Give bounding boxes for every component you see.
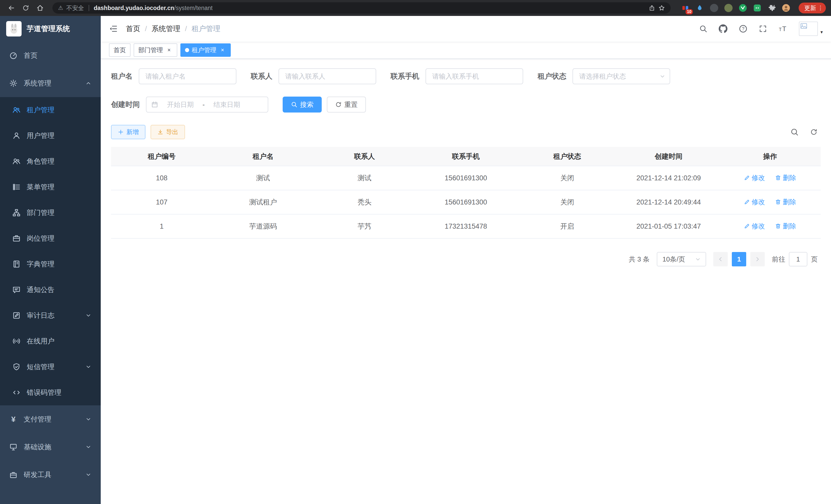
search-button[interactable]: 搜索 <box>283 97 322 113</box>
prev-page-button[interactable] <box>713 252 728 266</box>
browser-home-icon[interactable] <box>34 2 46 14</box>
url-bar[interactable]: ⚠ 不安全 dashboard.yudao.iocoder.cn/system/… <box>52 2 671 13</box>
share-icon[interactable] <box>649 5 655 11</box>
chevron-down-icon <box>85 416 91 422</box>
sidebar-item-dev-tools[interactable]: 研发工具 <box>0 461 101 488</box>
book-icon <box>12 260 21 268</box>
chevron-down-icon <box>85 472 91 478</box>
add-button-label: 新增 <box>126 128 139 136</box>
toolbox-icon <box>9 471 18 479</box>
phone-input[interactable] <box>426 68 523 84</box>
reset-button[interactable]: 重置 <box>327 97 366 113</box>
extension-icon-green-square[interactable] <box>753 4 762 12</box>
message-icon <box>12 286 21 294</box>
filter-tenant-name: 租户名 <box>111 68 236 84</box>
edit-link[interactable]: 修改 <box>744 173 765 182</box>
fullscreen-icon[interactable] <box>759 25 767 33</box>
sidebar-item-infra[interactable]: 基础设施 <box>0 433 101 461</box>
cell-tenant-name: 芋道源码 <box>212 214 314 238</box>
next-page-button[interactable] <box>750 252 765 266</box>
extensions-puzzle-icon[interactable] <box>767 4 776 12</box>
extension-icon-green-circle[interactable] <box>739 4 747 12</box>
app-logo[interactable]: 芋道管理系统 <box>0 16 101 41</box>
profile-avatar-icon[interactable] <box>782 4 791 12</box>
status-select[interactable] <box>573 68 670 84</box>
reload-icon[interactable] <box>20 2 32 14</box>
tab-home[interactable]: 首页 <box>109 43 131 57</box>
sidebar-item-label: 菜单管理 <box>27 182 55 191</box>
sidebar-item-system[interactable]: 系统管理 <box>0 69 101 97</box>
contact-input[interactable] <box>279 68 376 84</box>
security-warning-icon[interactable]: ⚠ <box>58 5 63 11</box>
delete-link[interactable]: 删除 <box>775 173 796 182</box>
edit-link[interactable]: 修改 <box>744 222 765 231</box>
close-icon[interactable]: × <box>166 47 173 54</box>
back-icon[interactable] <box>5 2 18 14</box>
goto-page-input[interactable] <box>789 252 807 266</box>
menu-list-icon <box>12 183 21 191</box>
gear-icon <box>9 79 18 87</box>
tenant-name-input[interactable] <box>139 68 236 84</box>
sidebar-item-tenant[interactable]: 租户管理 <box>0 97 101 123</box>
font-size-icon[interactable]: TT <box>778 25 787 33</box>
edit-link[interactable]: 修改 <box>744 198 765 207</box>
page-size-select[interactable]: 10条/页 <box>657 252 706 266</box>
cell-phone: 15601691300 <box>415 190 517 214</box>
toggle-search-icon[interactable] <box>791 128 799 136</box>
export-button[interactable]: 导出 <box>150 125 185 139</box>
breadcrumb-home[interactable]: 首页 <box>126 24 140 34</box>
delete-link[interactable]: 删除 <box>775 198 796 207</box>
tab-tenant[interactable]: 租户管理 × <box>180 43 231 57</box>
svg-text:T: T <box>782 25 786 33</box>
caret-down-icon: ▾ <box>821 29 823 35</box>
toolbar-right-icons <box>791 128 821 136</box>
delete-link[interactable]: 删除 <box>775 222 796 231</box>
extension-icon-drop[interactable] <box>695 4 704 12</box>
table-header-row: 租户编号 租户名 联系人 联系手机 租户状态 创建时间 操作 <box>111 147 821 166</box>
sidebar-item-error-code[interactable]: 错误码管理 <box>0 380 101 405</box>
sidebar: 芋道管理系统 首页 系统管理 租户管理 <box>0 16 101 504</box>
extension-icon-dark-circle[interactable] <box>710 4 718 12</box>
header-search-icon[interactable] <box>699 25 708 33</box>
sidebar-item-home[interactable]: 首页 <box>0 41 101 69</box>
sidebar-item-dict[interactable]: 字典管理 <box>0 251 101 277</box>
github-icon[interactable] <box>719 24 727 33</box>
breadcrumb-section[interactable]: 系统管理 <box>152 24 180 34</box>
sidebar-item-user[interactable]: 用户管理 <box>0 123 101 148</box>
tab-dept[interactable]: 部门管理 × <box>134 43 177 57</box>
help-icon[interactable]: ? <box>739 24 747 33</box>
user-avatar-menu[interactable]: ▾ <box>799 22 823 36</box>
extension-icon-badged[interactable]: 10 <box>681 4 690 12</box>
sidebar-item-online-users[interactable]: 在线用户 <box>0 328 101 354</box>
sidebar-item-sms[interactable]: 短信管理 <box>0 354 101 380</box>
close-icon[interactable]: × <box>219 47 226 54</box>
logo-image <box>6 21 22 36</box>
cell-created: 2021-01-05 17:03:47 <box>618 214 719 238</box>
col-actions: 操作 <box>719 147 821 166</box>
add-button[interactable]: 新增 <box>111 125 145 139</box>
browser-menu-icon[interactable]: ⋮ <box>818 5 823 11</box>
bookmark-star-icon[interactable] <box>658 5 665 11</box>
sidebar-item-menu[interactable]: 菜单管理 <box>0 174 101 200</box>
sidebar-item-post[interactable]: 岗位管理 <box>0 226 101 251</box>
sidebar-collapse-icon[interactable] <box>109 24 118 33</box>
date-range-picker[interactable]: - <box>146 97 268 113</box>
page-number-button[interactable]: 1 <box>732 252 746 266</box>
sidebar-item-audit-log[interactable]: 审计日志 <box>0 303 101 328</box>
refresh-icon[interactable] <box>810 128 818 136</box>
date-start-input[interactable] <box>161 101 200 109</box>
sidebar-item-label: 租户管理 <box>27 105 55 115</box>
navbar-actions: ? TT ▾ <box>699 22 823 36</box>
browser-update-button[interactable]: 更新 ⋮ <box>799 3 826 13</box>
cell-tenant-name: 测试 <box>212 166 314 190</box>
cell-contact: 秃头 <box>314 190 415 214</box>
sidebar-item-role[interactable]: 角色管理 <box>0 148 101 174</box>
sidebar-item-notice[interactable]: 通知公告 <box>0 277 101 303</box>
sidebar-item-dept[interactable]: 部门管理 <box>0 200 101 226</box>
sidebar-item-payment[interactable]: ¥ 支付管理 <box>0 405 101 433</box>
date-end-input[interactable] <box>207 101 247 109</box>
sidebar-item-label: 首页 <box>24 51 37 60</box>
chevron-down-icon <box>85 313 91 319</box>
calendar-icon <box>151 101 158 108</box>
extension-icon-olive-circle[interactable] <box>724 4 733 12</box>
